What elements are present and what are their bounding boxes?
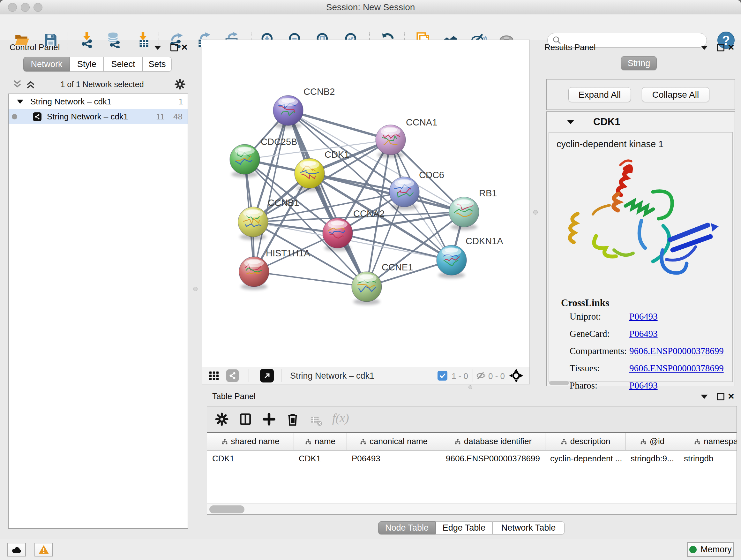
splitter-grip[interactable] <box>193 287 198 291</box>
tab-sets[interactable]: Sets <box>143 57 172 71</box>
results-buttons-box: Expand All Collapse All <box>546 79 735 110</box>
node-label: CCNE1 <box>382 262 413 272</box>
import-network-from-database-icon[interactable] <box>105 31 123 49</box>
collapse-all-networks-icon[interactable] <box>11 78 23 90</box>
import-table-from-file-icon[interactable] <box>134 31 152 49</box>
table-hscrollbar[interactable] <box>207 503 737 515</box>
memory-status-dot-icon <box>689 546 697 553</box>
network-row-selected[interactable]: String Network – cdk1 11 48 <box>9 109 188 124</box>
network-collection-row[interactable]: String Network – cdk1 1 <box>9 94 188 109</box>
table-cell[interactable]: 9606.ENSP00000378699 <box>441 450 545 466</box>
table-cell[interactable]: stringdb <box>679 450 737 466</box>
panel-float-icon[interactable] <box>717 44 724 51</box>
crosslinks-list: Uniprot: P06493 GeneCard: P06493 Compart… <box>549 311 732 397</box>
hidden-eye-slash-icon[interactable] <box>476 370 486 381</box>
grid-view-icon[interactable] <box>208 370 219 381</box>
panel-menu-icon[interactable] <box>701 395 708 399</box>
entry-detail-box: cyclin-dependent kinase 1 <box>549 132 733 382</box>
panel-menu-icon[interactable] <box>701 46 708 50</box>
title-bar: Session: New Session <box>0 0 741 14</box>
panel-menu-icon[interactable] <box>154 46 161 50</box>
node-label: CDC6 <box>419 170 444 180</box>
column-header[interactable]: description <box>545 433 625 450</box>
table-cell[interactable]: CDK1 <box>293 450 347 466</box>
column-header[interactable]: namespace <box>679 433 737 450</box>
crosslink-value-link[interactable]: P06493 <box>629 380 658 391</box>
panel-close-icon[interactable]: × <box>181 44 188 51</box>
tab-style[interactable]: Style <box>70 57 104 71</box>
network-options-gear-icon[interactable] <box>174 78 186 90</box>
crosslink-value-link[interactable]: P06493 <box>629 311 658 322</box>
protein-structure-image <box>558 154 724 288</box>
network-node[interactable]: HIST1H1A <box>239 248 310 290</box>
table-header-row: shared name name canonical name database… <box>207 433 737 450</box>
panel-float-icon[interactable] <box>171 44 178 51</box>
expand-all-networks-icon[interactable] <box>25 78 37 90</box>
node-label: CDKN1A <box>466 236 503 246</box>
tab-select[interactable]: Select <box>104 57 143 71</box>
network-view[interactable]: CCNB2CCNA1CDC25BCDK1CDC6RB1CCNB1CCNA2CDK… <box>202 40 530 384</box>
center-view-crosshair-icon[interactable] <box>509 368 523 383</box>
tree-expander-icon[interactable] <box>17 100 23 104</box>
node-label: RB1 <box>479 188 497 198</box>
warnings-button[interactable] <box>35 543 53 557</box>
table-cell[interactable]: cyclin-dependent ... <box>545 450 625 466</box>
results-entry-box: CDK1 cyclin-dependent kinase 1 <box>546 111 735 386</box>
crosslink-value-link[interactable]: 9606.ENSP00000378699 <box>629 363 724 374</box>
entry-collapse-icon[interactable] <box>567 120 574 124</box>
delete-table-icon <box>310 414 323 427</box>
panel-float-icon[interactable] <box>717 393 724 400</box>
splitter-grip[interactable] <box>533 210 538 214</box>
expand-all-button[interactable]: Expand All <box>568 87 631 102</box>
results-hscrollbar-thumb[interactable] <box>549 381 569 385</box>
table-cell[interactable]: CDK1 <box>207 450 293 466</box>
tab-network-table[interactable]: Network Table <box>492 521 564 535</box>
attribute-type-icon <box>561 438 567 445</box>
tab-string[interactable]: String <box>621 56 657 70</box>
table-cell[interactable]: P06493 <box>347 450 441 466</box>
hidden-count-badge: 0 - 0 <box>488 371 505 381</box>
table-row[interactable]: CDK1 CDK1 P06493 9606.ENSP00000378699 cy… <box>207 450 737 466</box>
splitter-grip[interactable] <box>468 385 472 389</box>
attribute-type-icon <box>694 438 700 445</box>
table-panel-title: Table Panel <box>212 391 256 401</box>
collection-network-count: 1 <box>179 97 183 107</box>
column-header[interactable]: name <box>293 433 347 450</box>
network-node[interactable]: RB1 <box>449 188 497 230</box>
toolbar-separator <box>473 369 473 382</box>
crosslink-value-link[interactable]: 9606.ENSP00000378699 <box>629 346 724 356</box>
network-birdseye-icon[interactable] <box>226 369 239 382</box>
panel-close-icon[interactable]: × <box>728 44 734 51</box>
table-settings-gear-icon[interactable] <box>215 412 229 426</box>
attribute-type-icon <box>455 438 461 445</box>
memory-button[interactable]: Memory <box>687 542 734 557</box>
table-hscrollbar-thumb[interactable] <box>209 505 245 513</box>
memory-label: Memory <box>700 545 732 555</box>
delete-column-trash-icon[interactable] <box>286 412 300 426</box>
panel-close-icon[interactable]: × <box>728 392 734 399</box>
network-node[interactable]: CCNE1 <box>352 262 413 305</box>
detach-view-icon[interactable] <box>260 369 274 382</box>
network-node-count: 11 <box>156 112 165 122</box>
network-node[interactable]: CDKN1A <box>436 236 503 278</box>
collapse-all-button[interactable]: Collapse All <box>642 87 710 102</box>
column-header[interactable]: @id <box>625 433 679 450</box>
tab-network[interactable]: Network <box>23 57 70 71</box>
import-network-from-file-icon[interactable] <box>78 31 96 49</box>
network-canvas[interactable]: CCNB2CCNA1CDC25BCDK1CDC6RB1CCNB1CCNA2CDK… <box>202 40 529 367</box>
column-header[interactable]: canonical name <box>347 433 441 450</box>
crosslink-value-link[interactable]: P06493 <box>629 328 658 339</box>
network-node[interactable]: CCNA1 <box>376 117 437 158</box>
column-header[interactable]: database identifier <box>441 433 545 450</box>
cloud-status-button[interactable] <box>7 543 26 557</box>
toolbar-separator <box>249 369 249 382</box>
show-columns-icon[interactable] <box>239 412 253 426</box>
tab-node-table[interactable]: Node Table <box>378 521 435 535</box>
selected-checkbox-icon[interactable] <box>437 371 448 381</box>
table-cell[interactable]: stringdb:9... <box>625 450 679 466</box>
tab-edge-table[interactable]: Edge Table <box>435 521 492 535</box>
column-header[interactable]: shared name <box>207 433 293 450</box>
network-edge-count: 48 <box>173 112 183 122</box>
node-label: CCNA1 <box>406 117 437 127</box>
add-column-plus-icon[interactable] <box>262 412 276 426</box>
